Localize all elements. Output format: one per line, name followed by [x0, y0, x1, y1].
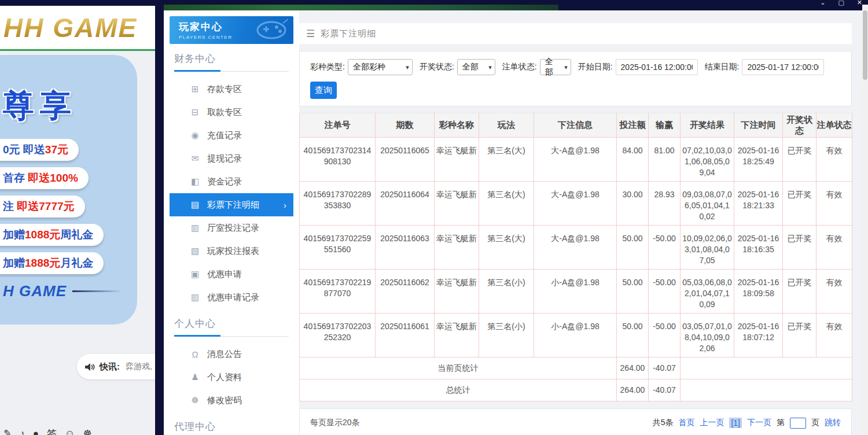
- prev-page-link[interactable]: 上一页: [700, 418, 724, 428]
- cell: 已开奖: [783, 314, 816, 357]
- promo-pill[interactable]: 首存 即送100%: [0, 167, 89, 189]
- brand-logo[interactable]: HH GAME: [3, 12, 137, 43]
- lottery-type-select[interactable]: 全部彩种 ▾: [348, 59, 413, 75]
- lottery-type-value: 全部彩种: [353, 62, 385, 72]
- total-count: 共5条: [653, 418, 674, 428]
- cell: 401569173702219877070: [300, 270, 376, 314]
- sidebar-item-deposit[interactable]: ⊞存款专区: [170, 78, 293, 101]
- column-header: 开奖状态: [783, 113, 816, 138]
- promo-pills: 0元 即送37元首存 即送100%注 即送7777元加赠1088元周礼金加赠18…: [0, 139, 137, 274]
- scrollbar-thumb[interactable]: [863, 10, 867, 80]
- promo-footer: H GAME: [3, 282, 137, 300]
- minimize-icon[interactable]: ⌄: [820, 0, 825, 6]
- left-body: 尊享 0元 即送37元首存 即送100%注 即送7777元加赠1088元周礼金加…: [0, 51, 155, 435]
- taskbar-icon: ♪: [20, 428, 25, 435]
- chevron-right-icon: ›: [284, 200, 286, 210]
- cell: 50.00: [617, 314, 649, 357]
- sidebar-item-promo-apply-record[interactable]: ▥优惠申请记录: [170, 286, 293, 309]
- table-row: 40156917370220325232020250116061幸运飞艇新第三名…: [300, 314, 852, 357]
- search-button[interactable]: 查询: [310, 82, 337, 99]
- cell: 大-A盘@1.98: [534, 182, 617, 226]
- maximize-icon[interactable]: ▢: [838, 0, 844, 6]
- sidebar-section-underline: [174, 70, 289, 72]
- cell: 幸运飞艇新: [435, 138, 479, 182]
- sidebar-item-label: 个人资料: [170, 372, 242, 383]
- close-icon[interactable]: ✕: [857, 0, 862, 6]
- column-header: 玩法: [479, 113, 534, 138]
- cell: 幸运飞艇新: [435, 314, 479, 357]
- cell: 有效: [816, 138, 852, 182]
- menu-toggle-icon[interactable]: ☰: [306, 28, 315, 40]
- taskbar-icon: ✎: [3, 427, 12, 435]
- sidebar-item-withdraw-record[interactable]: ✉提现记录: [170, 147, 293, 170]
- promo-pill[interactable]: 加赠1888元月礼金: [0, 252, 104, 274]
- sidebar-item-label: 资金记录: [170, 176, 242, 187]
- cell: -50.00: [649, 270, 681, 314]
- sidebar-item-profile[interactable]: ♟个人资料: [170, 366, 293, 389]
- page-jump-input[interactable]: [790, 418, 806, 429]
- cell: 30.00: [617, 182, 649, 226]
- message-icon: Ω: [189, 349, 201, 359]
- first-page-link[interactable]: 首页: [678, 418, 694, 428]
- table-row: 40156917370228935383020250116064幸运飞艇新第三名…: [300, 182, 852, 226]
- sidebar: 玩家中心 PLAYERS CENTER 财务中心⊞存款专区⊟取款专区◉充值记录✉…: [164, 10, 299, 435]
- cell: 2025-01-16 18:07:12: [734, 314, 783, 357]
- cell: 84.00: [617, 138, 649, 182]
- column-header: 期数: [376, 113, 435, 138]
- cell: 20250116062: [376, 270, 435, 314]
- pagination-controls: 共5条 首页 上一页 [1] 下一页 第 页 跳转: [648, 418, 841, 429]
- cell: 小-A盘@1.98: [534, 314, 617, 357]
- bet-detail-table: 注单号期数彩种名称玩法下注信息投注额输赢开奖结果下注时间开奖状态注单状态4015…: [299, 113, 852, 401]
- sidebar-item-password[interactable]: ☸修改密码: [170, 389, 293, 412]
- jump-link[interactable]: 跳转: [825, 418, 841, 428]
- cell: 2025-01-16 18:21:33: [734, 182, 783, 226]
- promo-pill[interactable]: 注 即送7777元: [0, 196, 85, 218]
- pagination-bar: 每页显示20条 共5条 首页 上一页 [1] 下一页 第 页 跳转: [299, 408, 852, 435]
- cell: 幸运飞艇新: [435, 270, 479, 314]
- bottom-taskbar-icons: ✎♪●签☺☸: [3, 427, 100, 435]
- start-date-label: 开始日期:: [578, 62, 613, 72]
- logo-bar: HH GAME: [0, 6, 155, 51]
- cell: 大-A盘@1.98: [534, 226, 617, 270]
- draw-status-value: 全部: [462, 62, 479, 72]
- sidebar-item-recharge-record[interactable]: ◉充值记录: [170, 124, 293, 147]
- cell: 28.93: [649, 182, 681, 226]
- draw-status-select[interactable]: 全部 ▾: [457, 59, 495, 75]
- sidebar-item-message[interactable]: Ω消息公告: [170, 342, 293, 366]
- current-page-badge[interactable]: [1]: [729, 418, 742, 428]
- per-page-label: 每页显示20条: [310, 418, 360, 428]
- promo-pill-text: 1888元: [25, 257, 60, 269]
- column-header: 输赢: [649, 113, 681, 138]
- sidebar-item-player-bet-report[interactable]: ▧玩家投注报表: [170, 239, 293, 263]
- end-date-input[interactable]: [742, 59, 824, 75]
- sidebar-item-promo-apply[interactable]: ▣优惠申请: [170, 263, 293, 286]
- sidebar-item-withdraw[interactable]: ⊟取款专区: [170, 101, 293, 124]
- sidebar-item-label: 修改密码: [170, 395, 242, 406]
- page-scrollbar[interactable]: [862, 5, 868, 435]
- promo-footer-brand: H GAME: [3, 282, 67, 300]
- promo-pill[interactable]: 0元 即送37元: [0, 139, 79, 161]
- sidebar-item-lottery-bet-detail[interactable]: ▤彩票下注明细›: [170, 193, 293, 216]
- news-ticker[interactable]: 快讯: 弈游戏,: [77, 354, 155, 379]
- sidebar-section-title: 代理中心: [174, 420, 289, 433]
- promo-banner[interactable]: 尊享 0元 即送37元首存 即送100%注 即送7777元加赠1088元周礼金加…: [0, 55, 137, 325]
- breadcrumb-bar: ☰ 彩票下注明细: [299, 23, 852, 44]
- cell: 2025-01-16 18:16:35: [734, 226, 783, 270]
- page-prefix-label: 第: [777, 418, 785, 428]
- cell: 有效: [816, 226, 852, 270]
- cell: 已开奖: [783, 226, 816, 270]
- underline-blue: [174, 335, 220, 337]
- promo-pill[interactable]: 加赠1088元周礼金: [0, 224, 104, 246]
- ticker-text: 弈游戏,: [126, 362, 152, 372]
- cell: 20250116065: [376, 138, 435, 182]
- next-page-link[interactable]: 下一页: [747, 418, 771, 428]
- start-date-input[interactable]: [616, 59, 698, 75]
- summary-label: 总统计: [300, 379, 617, 401]
- sidebar-item-funds-record[interactable]: ◧资金记录: [170, 170, 293, 193]
- order-status-select[interactable]: 全部 ▾: [540, 59, 571, 75]
- summary-bet-total: 264.00: [617, 357, 649, 379]
- cell: 已开奖: [783, 270, 816, 314]
- top-banner-strip: [164, 5, 558, 10]
- sidebar-item-hall-bet-record[interactable]: ▥厅室投注记录: [170, 216, 293, 239]
- promo-pill-text: 注: [3, 200, 17, 212]
